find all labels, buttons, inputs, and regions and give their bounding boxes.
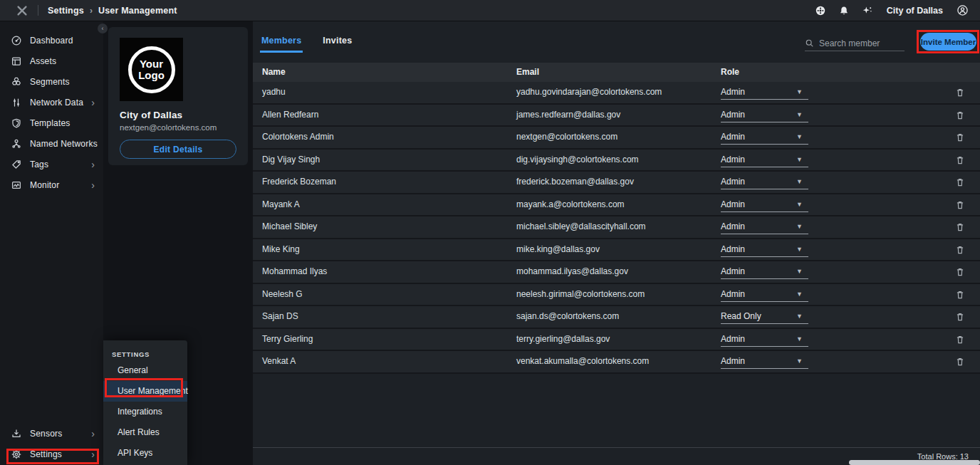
sidebar-item-named-networks[interactable]: Named Networks xyxy=(0,133,103,154)
topbar-divider xyxy=(38,5,38,16)
org-name: City of Dallas xyxy=(120,110,182,120)
sidebar-item-label: Assets xyxy=(30,56,95,66)
member-email: michael.sibley@dallascityhall.com xyxy=(516,216,646,238)
role-select[interactable]: Admin▼ xyxy=(721,219,808,234)
member-name: Venkat A xyxy=(262,351,296,372)
topbar-org-name: City of Dallas xyxy=(887,6,943,16)
sidebar-item-label: Dashboard xyxy=(30,36,95,46)
delete-member-button[interactable] xyxy=(954,221,966,233)
role-select[interactable]: Admin▼ xyxy=(721,287,808,302)
role-select[interactable]: Admin▼ xyxy=(721,174,808,189)
breadcrumb-section[interactable]: Settings xyxy=(48,6,84,16)
tab-invites[interactable]: Invites xyxy=(321,36,353,53)
search-icon xyxy=(805,38,814,48)
role-select[interactable]: Read Only▼ xyxy=(721,309,808,324)
trash-icon xyxy=(954,132,966,143)
horizontal-scrollbar-thumb[interactable] xyxy=(849,460,980,465)
sidebar-item-sensors[interactable]: Sensors› xyxy=(0,423,103,444)
chevron-down-icon: ▼ xyxy=(796,156,803,163)
role-select[interactable]: Admin▼ xyxy=(721,108,808,122)
sidebar-item-settings[interactable]: Settings› xyxy=(0,444,103,464)
sidebar-item-assets[interactable]: Assets xyxy=(0,51,103,71)
delete-member-button[interactable] xyxy=(954,199,966,211)
tab-members[interactable]: Members xyxy=(260,36,303,53)
member-name: Neelesh G xyxy=(262,284,303,305)
search-member-field[interactable] xyxy=(805,36,905,51)
settings-menu-item-general[interactable]: General xyxy=(103,360,187,381)
monitor-icon xyxy=(11,179,22,191)
sidebar-item-segments[interactable]: Segments xyxy=(0,71,103,92)
role-value: Admin xyxy=(721,155,745,164)
delete-member-button[interactable] xyxy=(954,334,966,345)
tab-bar: Members Invites xyxy=(260,21,353,53)
tags-icon xyxy=(11,159,22,170)
column-header-role[interactable]: Role xyxy=(721,63,739,82)
settings-menu-list: GeneralUser ManagementIntegrationsAlert … xyxy=(103,360,187,464)
sidebar-bottom: Sensors›Settings› xyxy=(0,423,103,464)
role-select[interactable]: Admin▼ xyxy=(721,354,808,369)
search-input[interactable] xyxy=(819,38,905,48)
role-value: Read Only xyxy=(721,311,761,321)
role-value: Admin xyxy=(721,87,745,97)
org-profile-card: Your Logo City of Dallas nextgen@colorto… xyxy=(108,27,248,165)
chevron-right-icon: › xyxy=(91,160,95,169)
role-select[interactable]: Admin▼ xyxy=(721,264,808,279)
delete-member-button[interactable] xyxy=(954,132,966,143)
role-select[interactable]: Admin▼ xyxy=(721,332,808,347)
settings-menu-item-alert-rules[interactable]: Alert Rules xyxy=(103,422,187,443)
role-select[interactable]: Admin▼ xyxy=(721,152,808,167)
role-select[interactable]: Admin▼ xyxy=(721,85,808,100)
trash-icon xyxy=(954,266,966,278)
sidebar-collapse-button[interactable]: ‹ xyxy=(98,23,108,33)
delete-member-button[interactable] xyxy=(954,289,966,301)
trash-icon xyxy=(954,334,966,345)
role-select[interactable]: Admin▼ xyxy=(721,242,808,257)
member-name: Mohammad Ilyas xyxy=(262,261,327,283)
member-name: Mike King xyxy=(262,239,300,261)
sidebar-item-dashboard[interactable]: Dashboard xyxy=(0,30,103,51)
member-name: Mayank A xyxy=(262,194,300,216)
ai-sparkle-icon[interactable] xyxy=(862,5,873,16)
trash-icon xyxy=(954,311,966,323)
breadcrumb-separator: › xyxy=(90,6,93,16)
edit-details-button[interactable]: Edit Details xyxy=(120,140,236,159)
sidebar-item-network-data[interactable]: Network Data› xyxy=(0,92,103,113)
sidebar-item-monitor[interactable]: Monitor› xyxy=(0,174,103,195)
chevron-down-icon: ▼ xyxy=(796,223,803,230)
member-email: mayank.a@colortokens.com xyxy=(516,194,625,216)
settings-gear-icon xyxy=(11,449,22,460)
delete-member-button[interactable] xyxy=(954,311,966,323)
role-value: Admin xyxy=(721,221,745,231)
delete-member-button[interactable] xyxy=(954,87,966,98)
table-row: yadhuyadhu.govindarajan@colortokens.comA… xyxy=(253,82,980,105)
table-row: Michael Sibleymichael.sibley@dallascityh… xyxy=(253,216,980,239)
members-table-body: yadhuyadhu.govindarajan@colortokens.comA… xyxy=(253,82,980,374)
assets-icon xyxy=(11,56,22,67)
delete-member-button[interactable] xyxy=(954,356,966,367)
chevron-down-icon: ▼ xyxy=(796,178,803,185)
role-value: Admin xyxy=(721,356,745,366)
sidebar-item-tags[interactable]: Tags› xyxy=(0,154,103,174)
threat-intel-icon[interactable] xyxy=(815,5,826,16)
member-email: sajan.ds@colortokens.com xyxy=(516,306,619,328)
invite-member-button[interactable]: Invite Member xyxy=(920,33,976,51)
role-select[interactable]: Admin▼ xyxy=(721,130,808,145)
sidebar-item-templates[interactable]: Templates xyxy=(0,113,103,133)
settings-menu-item-user-management[interactable]: User Management xyxy=(103,381,187,402)
account-icon[interactable] xyxy=(956,4,969,16)
role-value: Admin xyxy=(721,334,745,344)
table-header: Name↑ Email Role xyxy=(253,63,980,82)
delete-member-button[interactable] xyxy=(954,110,966,121)
settings-menu-item-integrations[interactable]: Integrations xyxy=(103,402,187,422)
delete-member-button[interactable] xyxy=(954,266,966,278)
sidebar-item-label: Templates xyxy=(30,118,95,128)
delete-member-button[interactable] xyxy=(954,244,966,256)
column-header-email[interactable]: Email xyxy=(516,63,539,82)
settings-menu-item-api-keys[interactable]: API Keys xyxy=(103,443,187,464)
sidebar-item-label: Segments xyxy=(30,77,95,87)
delete-member-button[interactable] xyxy=(954,155,966,166)
notifications-bell-icon[interactable] xyxy=(838,5,850,16)
delete-member-button[interactable] xyxy=(954,177,966,188)
role-select[interactable]: Admin▼ xyxy=(721,197,808,212)
named-networks-icon xyxy=(11,138,22,150)
